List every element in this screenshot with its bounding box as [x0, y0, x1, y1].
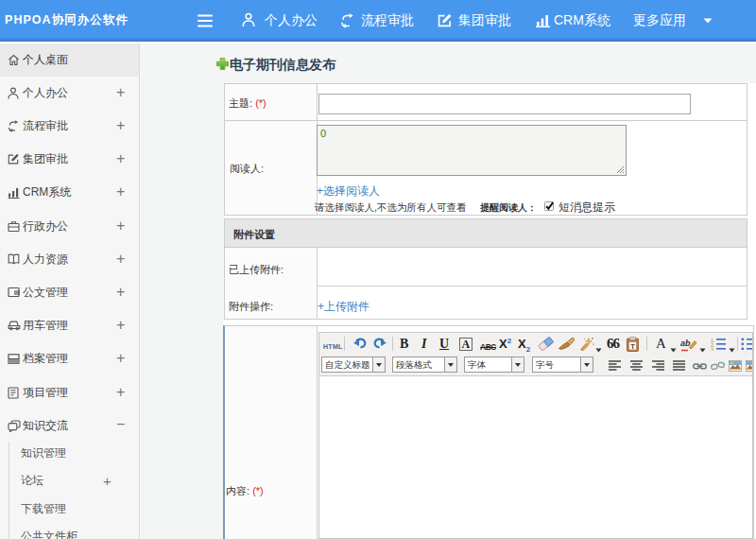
svg-text:ab: ab: [680, 339, 691, 348]
svg-text:3.: 3.: [711, 347, 715, 352]
svg-text:T: T: [630, 342, 635, 351]
